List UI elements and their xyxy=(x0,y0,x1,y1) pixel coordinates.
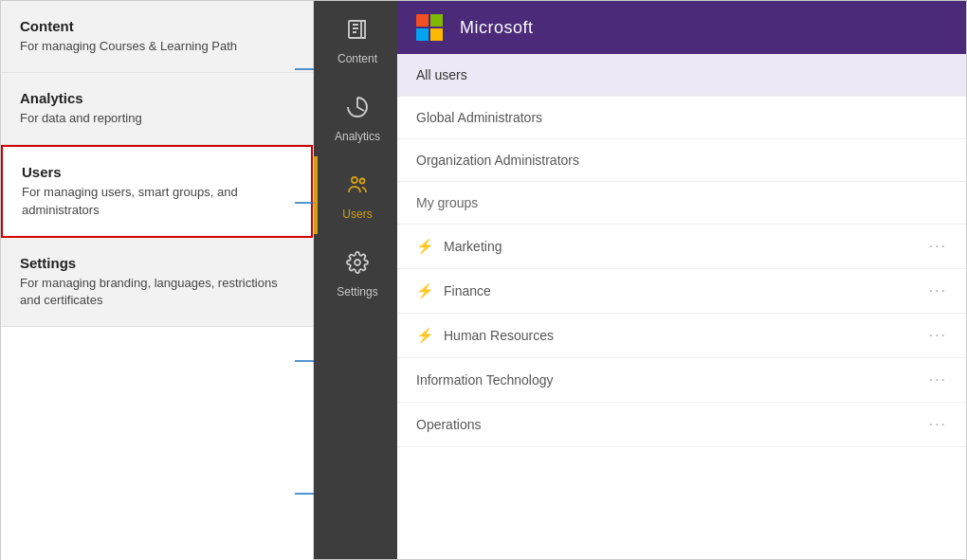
tooltip-desc-settings: For managing branding, languages, restri… xyxy=(20,275,294,309)
item-label-org-admins: Organization Administrators xyxy=(416,153,579,168)
dots-icon-human-resources[interactable]: ··· xyxy=(929,327,947,344)
nav-label-analytics: Analytics xyxy=(335,130,380,143)
item-label-operations: Operations xyxy=(416,417,481,432)
user-list: All usersGlobal AdministratorsOrganizati… xyxy=(397,54,966,559)
nav-item-settings[interactable]: Settings xyxy=(314,234,397,312)
tooltip-desc-content: For managing Courses & Learning Path xyxy=(20,38,294,55)
svg-point-6 xyxy=(360,179,365,184)
item-label-finance: ⚡ Finance xyxy=(416,282,491,299)
bolt-icon-human-resources: ⚡ xyxy=(416,327,434,344)
user-list-item-all-users[interactable]: All users xyxy=(397,54,966,97)
dots-icon-operations[interactable]: ··· xyxy=(929,416,947,433)
tooltip-item-analytics: AnalyticsFor data and reporting xyxy=(1,73,313,145)
item-label-global-admins: Global Administrators xyxy=(416,110,542,125)
bolt-icon-finance: ⚡ xyxy=(416,282,434,299)
sidebar-nav: ContentAnalyticsUsersSettings xyxy=(314,1,397,559)
nav-item-analytics[interactable]: Analytics xyxy=(314,79,397,156)
dots-icon-information-technology[interactable]: ··· xyxy=(929,371,947,388)
tooltip-title-settings: Settings xyxy=(20,255,294,271)
dots-icon-finance[interactable]: ··· xyxy=(929,282,947,299)
tooltip-item-users: UsersFor managing users, smart groups, a… xyxy=(1,145,313,237)
item-label-marketing: ⚡ Marketing xyxy=(416,238,502,255)
user-list-item-operations[interactable]: Operations ··· xyxy=(397,403,966,447)
item-label-all-users: All users xyxy=(416,67,467,82)
nav-label-users: Users xyxy=(342,208,372,221)
tooltip-title-users: Users xyxy=(22,164,292,180)
microsoft-logo xyxy=(416,14,443,41)
book-icon xyxy=(346,18,369,46)
item-label-information-technology: Information Technology xyxy=(416,372,554,388)
tooltip-title-content: Content xyxy=(20,18,294,34)
svg-rect-4 xyxy=(349,21,361,38)
tooltip-item-settings: SettingsFor managing branding, languages… xyxy=(1,238,313,327)
bolt-icon-marketing: ⚡ xyxy=(416,238,434,255)
header-title: Microsoft xyxy=(460,18,534,38)
svg-point-7 xyxy=(355,260,360,265)
tooltip-item-content: ContentFor managing Courses & Learning P… xyxy=(1,1,313,73)
nav-item-users[interactable]: Users xyxy=(314,156,397,234)
logo-blue xyxy=(416,28,429,41)
logo-yellow xyxy=(430,28,443,41)
user-list-item-human-resources[interactable]: ⚡ Human Resources ··· xyxy=(397,314,966,358)
users-icon xyxy=(346,173,369,202)
app-header: Microsoft xyxy=(397,1,966,54)
tooltip-desc-users: For managing users, smart groups, and ad… xyxy=(22,184,292,218)
nav-label-content: Content xyxy=(338,52,377,65)
tooltip-title-analytics: Analytics xyxy=(20,90,294,106)
user-list-item-my-groups[interactable]: My groups xyxy=(397,182,966,225)
user-list-item-org-admins[interactable]: Organization Administrators xyxy=(397,139,966,182)
user-list-item-information-technology[interactable]: Information Technology ··· xyxy=(397,358,966,403)
nav-label-settings: Settings xyxy=(337,285,377,298)
chart-icon xyxy=(346,96,369,124)
gear-icon xyxy=(346,251,369,280)
user-list-item-finance[interactable]: ⚡ Finance ··· xyxy=(397,269,966,314)
item-label-my-groups: My groups xyxy=(416,195,478,210)
nav-item-content[interactable]: Content xyxy=(314,1,397,79)
dots-icon-marketing[interactable]: ··· xyxy=(929,238,947,255)
logo-red xyxy=(416,14,429,27)
user-list-item-marketing[interactable]: ⚡ Marketing ··· xyxy=(397,225,966,269)
item-label-human-resources: ⚡ Human Resources xyxy=(416,327,554,344)
logo-green xyxy=(430,14,443,27)
svg-point-5 xyxy=(352,177,357,183)
tooltip-desc-analytics: For data and reporting xyxy=(20,110,294,127)
user-list-item-global-admins[interactable]: Global Administrators xyxy=(397,97,966,139)
right-panel: Microsoft All usersGlobal Administrators… xyxy=(397,1,966,559)
